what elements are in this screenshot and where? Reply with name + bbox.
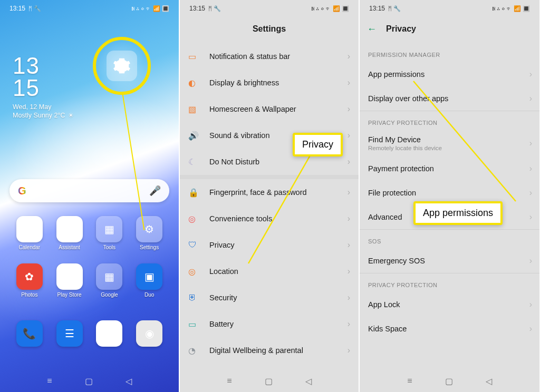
nav-home-icon[interactable]: ▢	[445, 376, 453, 386]
nav-recent-icon[interactable]: ≡	[407, 376, 412, 386]
nav-recent-icon[interactable]: ≡	[47, 376, 52, 386]
weather-text: Mostly Sunny 2°C	[13, 112, 65, 119]
calendar-icon: 31	[16, 216, 43, 242]
app-messages[interactable]: ☰	[53, 320, 86, 347]
status-left-icons: ᛗ 🔧	[28, 5, 41, 12]
chevron-right-icon: ›	[348, 267, 350, 276]
settings-app-icon[interactable]	[107, 51, 137, 81]
app-label: Google	[101, 292, 118, 298]
app-label: Duo	[144, 292, 154, 298]
settings-item-wellbeing[interactable]: ◔Digital Wellbeing & parental›	[180, 337, 359, 364]
camera-icon: ◉	[136, 320, 162, 347]
privacy-item-emergency-sos[interactable]: Emergency SOS›	[360, 249, 539, 273]
nav-back-icon[interactable]: ◁	[305, 376, 312, 386]
settings-list[interactable]: ▭Notification & status bar› ◐Display & b…	[180, 41, 359, 364]
app-chrome[interactable]: ◉	[92, 320, 126, 347]
chevron-right-icon: ›	[529, 324, 532, 334]
settings-item-notification[interactable]: ▭Notification & status bar›	[180, 43, 359, 70]
status-right-icons: ℕ ⁂ ⊘ ᯤ 📶 🔳	[131, 5, 169, 12]
phone-settings-list: 13:15 ᛗ 🔧 ℕ ⁂ ⊘ ᯤ 📶 🔳 Settings ▭Notifica…	[180, 0, 360, 392]
display-icon: ◐	[188, 78, 209, 88]
privacy-list[interactable]: Permission Manager App permissions› Disp…	[360, 41, 539, 341]
battery-icon: ▭	[188, 319, 209, 329]
chevron-right-icon: ›	[348, 157, 350, 166]
nav-back-icon[interactable]: ◁	[486, 376, 492, 386]
app-phone[interactable]: 📞	[13, 320, 46, 347]
settings-item-security[interactable]: ⛨Security›	[180, 285, 359, 311]
privacy-item-app-permissions[interactable]: App permissions›	[360, 62, 539, 86]
back-arrow-icon[interactable]: ←	[367, 24, 377, 35]
google-search-bar[interactable]: G 🎤	[9, 179, 169, 202]
chevron-right-icon: ›	[348, 319, 350, 329]
app-tools-folder[interactable]: ▦Tools	[92, 216, 126, 250]
play-store-icon: ▶	[56, 263, 83, 290]
app-label: Assistant	[59, 244, 80, 250]
app-duo[interactable]: ▣Duo	[132, 263, 166, 298]
folder-icon: ▦	[96, 216, 122, 242]
app-calendar[interactable]: 31Calendar	[13, 216, 46, 250]
voice-search-icon[interactable]: 🎤	[149, 185, 161, 197]
chevron-right-icon: ›	[348, 131, 350, 140]
nav-back-icon[interactable]: ◁	[126, 376, 132, 386]
nav-home-icon[interactable]: ▢	[265, 376, 273, 386]
section-header-privacy-protection: Privacy Protection	[360, 111, 539, 130]
privacy-icon: 🛡	[188, 240, 209, 250]
gear-icon	[113, 57, 131, 75]
callout-text: App permissions	[423, 208, 493, 218]
privacy-item-payment-protection[interactable]: Payment protection›	[360, 156, 539, 181]
section-header-sos: SOS	[360, 230, 539, 249]
app-settings[interactable]: ⚙Settings	[132, 216, 166, 250]
settings-item-display[interactable]: ◐Display & brightness›	[180, 70, 359, 96]
callout-app-permissions: App permissions	[413, 201, 503, 225]
app-label: Settings	[140, 244, 159, 250]
chevron-right-icon: ›	[529, 300, 532, 309]
settings-item-homescreen[interactable]: ▧Homescreen & Wallpaper›	[180, 96, 359, 122]
chevron-right-icon: ›	[348, 104, 350, 114]
assistant-icon: ◦◦	[56, 216, 83, 242]
status-bar: 13:15 ᛗ 🔧 ℕ ⁂ ⊘ ᯤ 📶 🔳	[180, 0, 359, 17]
chevron-right-icon: ›	[529, 94, 532, 103]
app-google-folder[interactable]: ▦Google	[92, 263, 126, 298]
section-header-privacy-protection-2: Privacy Protection	[360, 273, 539, 292]
settings-item-battery[interactable]: ▭Battery›	[180, 311, 359, 337]
privacy-item-kids-space[interactable]: Kids Space›	[360, 317, 539, 341]
status-right-icons: ℕ ⁂ ⊘ ᯤ 📶 🔳	[311, 5, 349, 12]
wellbeing-icon: ◔	[188, 346, 209, 356]
privacy-item-display-over-apps[interactable]: Display over other apps›	[360, 86, 539, 111]
location-icon: ◎	[188, 267, 209, 277]
app-play-store[interactable]: ▶Play Store	[53, 263, 86, 298]
moon-icon: ☾	[188, 157, 209, 167]
tools-icon: ◎	[188, 214, 209, 224]
chevron-right-icon: ›	[529, 164, 532, 173]
callout-text: Privacy	[302, 139, 333, 150]
settings-item-fingerprint[interactable]: 🔒Fingerprint, face & password›	[180, 179, 359, 205]
nav-home-icon[interactable]: ▢	[85, 376, 93, 386]
status-left-icons: ᛗ 🔧	[388, 5, 401, 12]
page-title: Privacy	[386, 24, 416, 34]
chevron-right-icon: ›	[529, 139, 532, 148]
chevron-right-icon: ›	[529, 212, 532, 222]
folder-icon: ▦	[96, 263, 122, 290]
phone-icon: 📞	[16, 320, 43, 347]
clock-minutes: 15	[13, 77, 179, 99]
privacy-item-app-lock[interactable]: App Lock›	[360, 292, 539, 317]
status-time: 13:15	[189, 5, 205, 12]
weather-icon: ☀	[68, 112, 74, 119]
chevron-right-icon: ›	[529, 188, 532, 198]
nav-bar: ≡ ▢ ◁	[0, 373, 179, 389]
chevron-right-icon: ›	[348, 214, 350, 223]
settings-item-location[interactable]: ◎Location›	[180, 258, 359, 285]
settings-item-privacy[interactable]: 🛡Privacy›	[180, 232, 359, 258]
privacy-item-find-my-device[interactable]: Find My DeviceRemotely locate this devic…	[360, 130, 539, 156]
settings-item-convenience[interactable]: ◎Convenience tools›	[180, 205, 359, 232]
app-photos[interactable]: ✿Photos	[13, 263, 46, 298]
app-camera[interactable]: ◉	[132, 320, 166, 347]
phone-privacy-screen: 13:15 ᛗ 🔧 ℕ ⁂ ⊘ ᯤ 📶 🔳 ← Privacy Permissi…	[360, 0, 539, 392]
home-dock-row: 📞 ☰ ◉ ◉	[0, 320, 179, 347]
chevron-right-icon: ›	[348, 188, 350, 197]
app-label: Photos	[21, 292, 37, 298]
settings-titlebar: Settings	[180, 17, 359, 41]
chevron-right-icon: ›	[529, 256, 532, 266]
app-assistant[interactable]: ◦◦Assistant	[53, 216, 86, 250]
nav-recent-icon[interactable]: ≡	[227, 376, 232, 386]
